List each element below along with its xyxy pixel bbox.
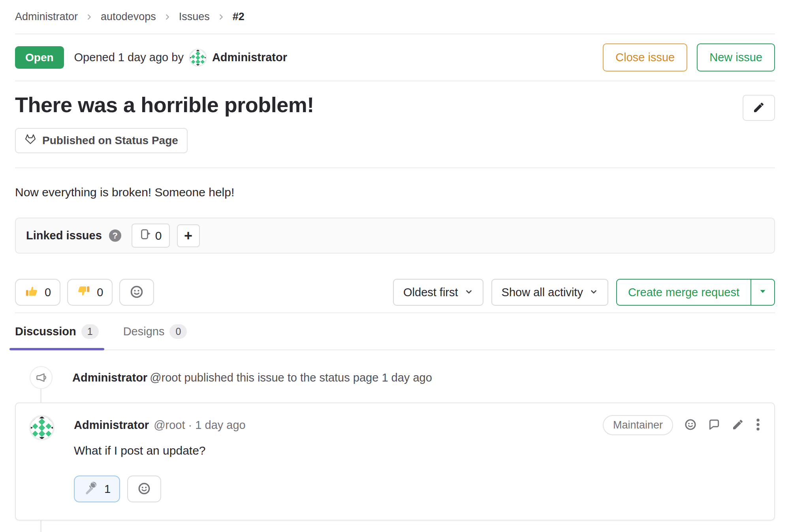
chevron-down-icon [589, 286, 598, 299]
comment-meta: @root · 1 day ago [154, 419, 246, 432]
issue-description: Now everything is broken! Someone help! [15, 186, 775, 199]
system-note-text: Administrator@root published this issue … [72, 371, 432, 384]
chevron-right-icon [85, 13, 94, 21]
issue-author[interactable]: Administrator [212, 51, 287, 64]
caret-down-icon [758, 287, 767, 297]
breadcrumb: Administrator autodevops Issues #2 [15, 0, 775, 34]
thumbs-down-award-button[interactable]: 0 [67, 279, 113, 306]
thumbs-up-emoji [24, 284, 39, 301]
more-actions-button[interactable] [755, 418, 761, 432]
note-body: @root published this issue to the status… [150, 371, 432, 384]
speech-bubble-icon [708, 418, 720, 432]
smiley-icon [684, 418, 697, 432]
linked-issues-label: Linked issues [26, 229, 102, 242]
smiley-icon [137, 482, 151, 496]
thumbs-up-count: 0 [45, 286, 51, 299]
sort-dropdown[interactable]: Oldest first [393, 279, 483, 306]
add-reaction-button[interactable] [684, 418, 697, 432]
tab-discussion[interactable]: Discussion 1 [15, 324, 99, 350]
breadcrumb-current-issue-number: #2 [233, 11, 245, 23]
comment-body: What if I post an update? [74, 444, 761, 457]
comment-author[interactable]: Administrator [74, 419, 149, 432]
tab-designs-count: 0 [169, 324, 187, 339]
tab-designs[interactable]: Designs 0 [123, 324, 187, 350]
edit-title-button[interactable] [743, 95, 775, 121]
avatar [189, 49, 207, 67]
comment-main: Administrator @root · 1 day ago Maintain… [74, 415, 761, 502]
discussion-controls: Oldest first Show all activity Create me… [393, 279, 775, 306]
activity-filter-dropdown[interactable]: Show all activity [491, 279, 608, 306]
reply-comment-icon[interactable] [708, 418, 720, 432]
thumbs-up-award-button[interactable]: 0 [15, 279, 60, 306]
issue-page: Administrator autodevops Issues #2 Open … [0, 0, 790, 532]
breadcrumb-link-issues[interactable]: Issues [179, 11, 210, 23]
published-status-label: Published on Status Page [42, 134, 178, 147]
add-linked-issue-button[interactable]: + [177, 224, 200, 247]
linked-issues-count: 0 [132, 224, 170, 248]
breadcrumb-link-autodevops[interactable]: autodevops [101, 11, 156, 23]
chevron-down-icon [465, 286, 473, 299]
pencil-icon [752, 101, 765, 115]
breadcrumb-link-administrator[interactable]: Administrator [15, 11, 78, 23]
linked-issues-count-value: 0 [155, 229, 162, 243]
chevron-right-icon [163, 13, 172, 21]
help-icon[interactable]: ? [109, 229, 121, 242]
smiley-icon [130, 285, 144, 300]
activity-filter-label: Show all activity [502, 286, 583, 299]
kebab-menu-icon [755, 418, 761, 432]
sort-dropdown-label: Oldest first [403, 286, 458, 299]
issue-status-bar: Open Opened 1 day ago by [15, 34, 775, 81]
comment-card: Administrator @root · 1 day ago Maintain… [15, 402, 775, 521]
thumbs-down-emoji [77, 284, 91, 301]
note-author[interactable]: Administrator [72, 371, 147, 384]
edit-comment-button[interactable] [732, 418, 744, 432]
microphone-emoji [83, 480, 98, 498]
tab-discussion-label: Discussion [15, 325, 76, 338]
discussion-tabs: Discussion 1 Designs 0 [15, 313, 775, 350]
published-status-badge: Published on Status Page [15, 128, 188, 153]
opened-meta: Opened 1 day ago by [74, 49, 287, 67]
comment-actions: Maintainer [603, 415, 761, 435]
microphone-award-button[interactable]: 1 [74, 476, 120, 502]
linked-issues-section: Linked issues ? 0 + [15, 218, 775, 254]
page-title: There was a horrible problem! [15, 92, 314, 117]
awards-and-controls-row: 0 0 Oldest first Show all activity Creat… [15, 279, 775, 306]
close-issue-button[interactable]: Close issue [603, 43, 687, 71]
system-note-published: Administrator@root published this issue … [15, 366, 775, 389]
issue-type-icon [139, 228, 151, 243]
microphone-award-count: 1 [104, 483, 111, 496]
tab-designs-label: Designs [123, 325, 165, 338]
divider [15, 167, 775, 168]
tab-discussion-count: 1 [81, 324, 99, 339]
pencil-icon [732, 418, 744, 432]
title-row: There was a horrible problem! [15, 92, 775, 121]
role-badge: Maintainer [603, 415, 673, 435]
status-badge: Open [15, 46, 64, 69]
thumbs-down-count: 0 [97, 286, 103, 299]
avatar[interactable] [29, 415, 55, 440]
opened-text: Opened 1 day ago by [74, 51, 184, 64]
gitlab-tanuki-icon [24, 133, 36, 148]
discussion-timeline: Administrator@root published this issue … [15, 366, 775, 532]
new-issue-button[interactable]: New issue [697, 43, 775, 71]
comment-awards: 1 [74, 476, 761, 502]
megaphone-icon [30, 366, 53, 389]
create-merge-request-button[interactable]: Create merge request [617, 280, 751, 305]
add-reaction-button[interactable] [127, 476, 161, 502]
create-merge-request-split-button: Create merge request [616, 279, 775, 306]
add-reaction-button[interactable] [119, 279, 154, 306]
create-merge-request-caret-button[interactable] [751, 280, 774, 305]
chevron-right-icon [217, 13, 226, 21]
comment-header: Administrator @root · 1 day ago Maintain… [74, 415, 761, 435]
